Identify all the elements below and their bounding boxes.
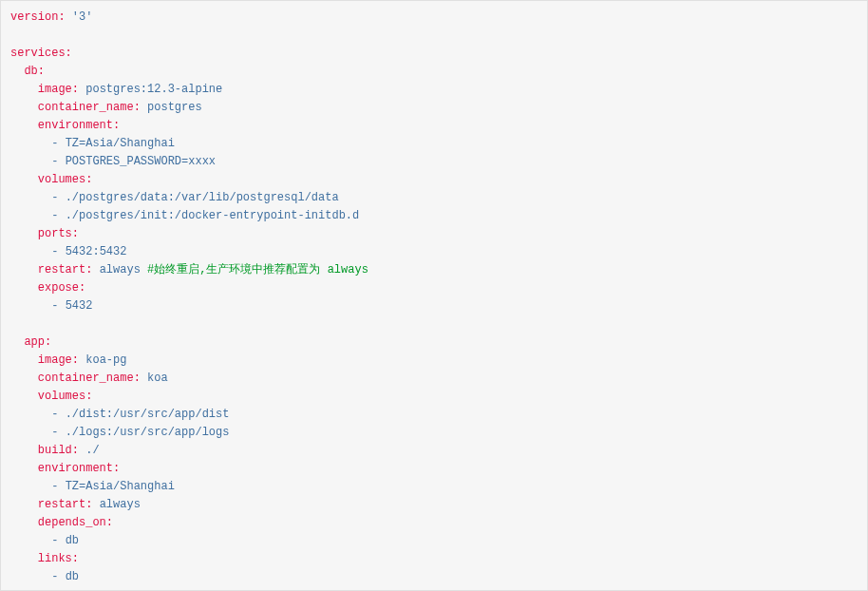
code-segment: postgres	[147, 101, 202, 114]
code-segment	[10, 408, 51, 421]
code-line: image: postgres:12.3-alpine	[10, 81, 858, 99]
code-segment: version:	[10, 10, 66, 24]
code-segment	[10, 335, 24, 349]
code-segment: 5432	[66, 299, 93, 313]
code-segment: environment:	[38, 119, 120, 132]
code-segment: db:	[24, 65, 45, 78]
code-line: restart: always #始终重启,生产环境中推荐配置为 always	[10, 261, 858, 279]
code-segment	[141, 101, 147, 114]
code-segment	[58, 155, 65, 168]
code-line: volumes:	[10, 388, 858, 406]
code-segment: koa	[147, 372, 168, 385]
code-segment	[10, 101, 38, 114]
code-segment: environment:	[38, 462, 120, 475]
code-line: - TZ=Asia/Shanghai	[10, 135, 858, 153]
code-line: ports:	[10, 225, 858, 243]
code-segment	[58, 570, 65, 583]
code-segment	[92, 263, 99, 276]
code-segment	[10, 191, 51, 204]
code-segment	[141, 372, 147, 385]
code-line: - 5432:5432	[10, 243, 858, 261]
code-segment	[10, 281, 38, 295]
code-segment: ./postgres/init:/docker-entrypoint-initd…	[66, 209, 360, 222]
code-segment	[10, 444, 38, 457]
code-segment: restart:	[38, 498, 93, 511]
code-segment: TZ=Asia/Shanghai	[66, 137, 175, 150]
code-segment: volumes:	[38, 173, 93, 186]
code-line	[10, 27, 858, 45]
code-line: services:	[10, 45, 858, 63]
code-line: db:	[10, 63, 858, 81]
yaml-code-block: version: '3' services: db: image: postgr…	[10, 9, 858, 591]
code-line: expose:	[10, 279, 858, 297]
code-segment: depends_on:	[38, 516, 113, 529]
code-segment	[10, 209, 51, 222]
code-segment: volumes:	[38, 390, 93, 403]
code-segment	[10, 83, 38, 96]
code-line: expose:	[10, 586, 858, 591]
code-segment	[10, 570, 51, 583]
code-segment	[10, 372, 38, 385]
code-segment	[10, 426, 51, 439]
code-segment	[10, 299, 51, 313]
code-segment: links:	[38, 552, 79, 565]
code-segment: '3'	[72, 10, 93, 24]
code-segment	[10, 155, 51, 168]
code-segment	[10, 534, 51, 547]
code-segment	[58, 408, 65, 421]
code-line: - ./dist:/usr/src/app/dist	[10, 406, 858, 424]
code-segment	[10, 137, 51, 150]
code-segment	[10, 552, 38, 565]
code-line: depends_on:	[10, 514, 858, 532]
code-segment	[10, 353, 38, 367]
code-segment: expose:	[38, 281, 85, 295]
code-segment	[10, 245, 51, 258]
code-line: links:	[10, 550, 858, 568]
code-segment: POSTGRES_PASSWORD=xxxx	[66, 155, 216, 168]
code-segment: 5432:5432	[66, 245, 127, 258]
code-line: build: ./	[10, 442, 858, 460]
code-segment: TZ=Asia/Shanghai	[66, 480, 175, 493]
code-segment: image:	[38, 83, 79, 96]
code-segment: restart:	[38, 263, 93, 276]
code-line: image: koa-pg	[10, 352, 858, 370]
code-segment	[58, 245, 65, 258]
code-segment	[10, 119, 38, 132]
code-segment: db	[66, 534, 79, 547]
code-segment	[10, 263, 38, 276]
code-line: - ./postgres/data:/var/lib/postgresql/da…	[10, 189, 858, 207]
code-segment: build:	[38, 444, 79, 457]
code-line: - db	[10, 568, 858, 586]
code-line: - 5432	[10, 297, 858, 315]
code-segment	[10, 462, 38, 475]
code-segment	[58, 480, 65, 493]
code-segment	[10, 480, 51, 493]
code-segment: ports:	[38, 227, 79, 240]
code-line: version: '3'	[10, 9, 858, 27]
code-segment: #始终重启,生产环境中推荐配置为 always	[147, 263, 368, 276]
code-segment	[58, 137, 65, 150]
code-segment	[58, 426, 65, 439]
code-line: - POSTGRES_PASSWORD=xxxx	[10, 153, 858, 171]
code-segment	[66, 10, 72, 24]
code-segment	[58, 209, 65, 222]
code-segment: ./postgres/data:/var/lib/postgresql/data	[66, 191, 339, 204]
code-line: - TZ=Asia/Shanghai	[10, 478, 858, 496]
code-segment	[10, 516, 38, 529]
code-segment	[10, 173, 38, 186]
code-segment	[92, 498, 99, 511]
code-segment: app:	[24, 335, 51, 349]
code-segment: container_name:	[38, 372, 141, 385]
code-segment: always	[100, 263, 141, 276]
code-line: - db	[10, 532, 858, 550]
code-segment: always	[100, 498, 141, 511]
code-segment	[58, 534, 65, 547]
code-line: environment:	[10, 460, 858, 478]
code-segment: ./dist:/usr/src/app/dist	[66, 408, 230, 421]
code-line: app:	[10, 334, 858, 352]
code-segment: ./logs:/usr/src/app/logs	[66, 426, 230, 439]
code-segment: image:	[38, 353, 79, 367]
code-segment	[10, 390, 38, 403]
code-segment: postgres:12.3-alpine	[85, 83, 222, 96]
code-segment: services:	[10, 47, 72, 60]
